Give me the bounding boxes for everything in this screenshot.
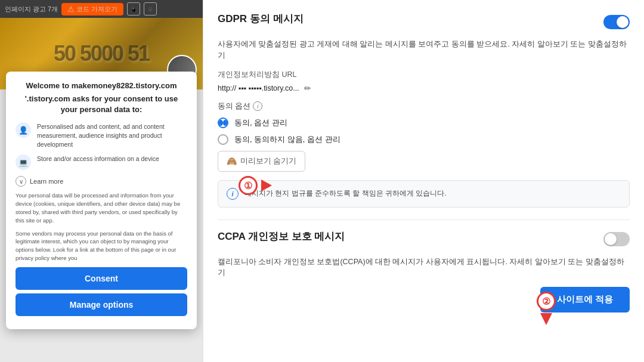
get-code-button[interactable]: ⚠ 코드 가져오기 [61,3,123,16]
device-desktop-btn[interactable]: 🖥 [144,2,157,16]
browser-top-bar: 인페이지 광고 7개 ⚠ 코드 가져오기 📱 🖥 [0,0,203,18]
top-bar-text: 인페이지 광고 7개 [5,5,58,14]
learn-more-chevron: ∨ [16,176,26,187]
website-bg-text: 50 5000 51 [54,41,149,66]
radio-option-1[interactable]: 동의, 옵션 관리 [218,117,630,128]
ccpa-toggle-knob [605,233,617,245]
consent-modal-subtitle: '.tistory.com asks for your consent to u… [16,94,187,115]
consent-body-text-2: Some vendors may process your personal d… [16,230,187,262]
annotation-2: ② [537,292,556,325]
compliance-info-box: i 메시지가 현지 법규를 준수하도록 할 책임은 귀하에게 있습니다. [218,180,630,208]
info-box-icon: i [227,188,239,200]
options-label: 동의 옵션 i [218,101,630,112]
annotation-1: ① [239,176,272,195]
preview-eye-icon: 🙈 [227,156,237,166]
manage-options-button[interactable]: Manage options [16,293,187,316]
radio-btn-1[interactable] [218,117,228,128]
options-info-icon: i [253,101,262,111]
gdpr-description: 사용자에게 맞춤설정된 광고 게재에 대해 알리는 메시지를 보여주고 동의를 … [218,39,630,61]
device-icon-btn[interactable]: 📱 [127,2,140,16]
arrow-right-1 [261,180,272,191]
ccpa-description: 캘리포니아 소비자 개인정보 보호법(CCPA)에 대한 메시지가 사용자에게 … [218,256,630,279]
consent-device-text: Store and/or access information on a dev… [37,154,159,163]
gdpr-toggle-knob [617,16,628,28]
consent-modal-title: Welcome to makemoney8282.tistory.com [16,81,187,90]
learn-more-row[interactable]: ∨ Learn more [16,176,187,187]
consent-ads-icon: 👤 [16,122,31,138]
consent-item-device: 💻 Store and/or access information on a d… [16,154,187,170]
consent-button[interactable]: Consent [16,267,187,290]
ccpa-toggle[interactable] [603,232,630,246]
gdpr-toggle-row: GDPR 동의 메시지 [218,12,630,32]
gdpr-toggle[interactable] [603,15,630,29]
privacy-url-value: http:// ▪▪▪ ▪▪▪▪▪.tistory.co... [218,84,299,92]
privacy-url-row: http:// ▪▪▪ ▪▪▪▪▪.tistory.co... ✏ [218,83,630,93]
radio-label-2: 동의, 동의하지 않음, 옵션 관리 [234,134,340,145]
section-divider [218,219,630,220]
ccpa-toggle-row: CCPA 개인정보 보호 메시지 [218,230,630,249]
info-box-text: 메시지가 현지 법규를 준수하도록 할 책임은 귀하에게 있습니다. [244,188,447,199]
arrow-down-2 [540,313,552,325]
circle-number-1: ① [239,176,258,195]
consent-body-text-1: Your personal data will be processed and… [16,191,187,224]
consent-ads-text: Personalised ads and content, ad and con… [37,122,187,148]
circle-number-2: ② [537,292,556,311]
learn-more-label: Learn more [30,178,63,185]
edit-url-icon[interactable]: ✏ [304,83,311,93]
preview-hide-button[interactable]: 🙈 미리보기 숨기기 [218,151,305,172]
consent-modal: Welcome to makemoney8282.tistory.com '.t… [6,72,197,329]
consent-device-icon: 💻 [16,154,31,170]
radio-label-1: 동의, 옵션 관리 [234,117,287,128]
privacy-url-label: 개인정보처리방침 URL [218,70,630,80]
gdpr-title: GDPR 동의 메시지 [218,12,304,26]
ccpa-title: CCPA 개인정보 보호 메시지 [218,230,345,243]
radio-btn-2[interactable] [218,134,228,145]
radio-option-2[interactable]: 동의, 동의하지 않음, 옵션 관리 [218,134,630,145]
left-panel: 인페이지 광고 7개 ⚠ 코드 가져오기 📱 🖥 50 5000 51 Welc… [0,0,203,362]
consent-item-ads: 👤 Personalised ads and content, ad and c… [16,122,187,148]
